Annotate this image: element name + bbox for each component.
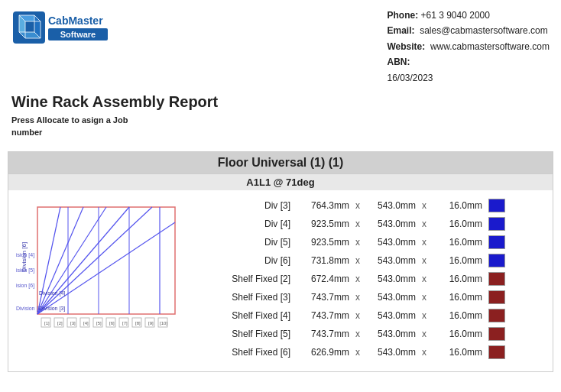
job-notice: Press Allocate to asign a Job number	[0, 112, 561, 147]
cabinet-header: Floor Universal (1) (1)	[8, 152, 553, 173]
part-name: Div [6]	[197, 255, 297, 266]
svg-text:[7]: [7]	[122, 321, 128, 326]
part-color-swatch	[488, 217, 505, 231]
svg-text:[3]: [3]	[70, 321, 76, 326]
part-dim1: 764.3mm	[300, 200, 349, 211]
svg-rect-20	[37, 207, 175, 314]
part-dim2: 543.0mm	[366, 237, 416, 248]
email-value: sales@cabmastersoftware.com	[420, 25, 548, 36]
part-x1: x	[352, 219, 363, 229]
part-color-swatch	[488, 290, 505, 304]
svg-text:[8]: [8]	[135, 321, 141, 326]
part-row: Shelf Fixed [3] 743.7mm x 543.0mm x 16.0…	[197, 288, 550, 306]
part-dim3: 16.0mm	[433, 329, 482, 339]
part-row: Div [6] 731.8mm x 543.0mm x 16.0mm	[197, 251, 550, 270]
part-color-swatch	[488, 345, 505, 359]
part-dim1: 672.4mm	[300, 274, 349, 284]
svg-text:[2]: [2]	[57, 321, 63, 326]
job-notice-line2: number	[11, 128, 42, 137]
cabinet-section: Floor Universal (1) (1) A1L1 @ 71deg	[8, 151, 553, 372]
part-row: Shelf Fixed [4] 743.7mm x 543.0mm x 16.0…	[197, 306, 550, 325]
part-name: Shelf Fixed [3]	[197, 292, 297, 303]
part-x2: x	[419, 255, 430, 266]
part-x1: x	[352, 200, 363, 211]
part-dim2: 543.0mm	[366, 255, 416, 266]
svg-text:ision [5]: ision [5]	[16, 267, 34, 274]
part-dim3: 16.0mm	[433, 292, 482, 303]
part-dim3: 16.0mm	[433, 347, 482, 358]
logo-area: CabMaster Software	[11, 8, 111, 50]
job-notice-line1: Press Allocate to asign a Job	[11, 115, 128, 125]
part-dim3: 16.0mm	[433, 219, 482, 229]
part-name: Shelf Fixed [2]	[197, 274, 297, 284]
svg-line-26	[37, 207, 60, 314]
part-x1: x	[352, 292, 363, 303]
cabinet-subheader: A1L1 @ 71deg	[8, 173, 553, 190]
part-x2: x	[419, 237, 430, 248]
phone-line: Phone: +61 3 9040 2000	[387, 8, 550, 23]
part-dim2: 543.0mm	[366, 347, 416, 358]
part-color-swatch	[488, 199, 505, 212]
part-dim1: 743.7mm	[300, 292, 349, 303]
part-dim3: 16.0mm	[433, 274, 482, 284]
part-name: Shelf Fixed [4]	[197, 310, 297, 321]
part-row: Shelf Fixed [6] 626.9mm x 543.0mm x 16.0…	[197, 343, 550, 361]
part-color-swatch	[488, 309, 505, 322]
part-row: Shelf Fixed [2] 672.4mm x 543.0mm x 16.0…	[197, 270, 550, 288]
part-dim1: 923.5mm	[300, 219, 349, 229]
report-title: Wine Rack Assembly Report	[0, 90, 561, 112]
svg-text:[4]: [4]	[83, 321, 89, 326]
website-value: www.cabmastersoftware.com	[430, 41, 550, 52]
svg-line-21	[37, 222, 175, 314]
abn-line: ABN:	[387, 54, 550, 70]
part-name: Div [3]	[197, 200, 297, 211]
part-dim1: 743.7mm	[300, 329, 349, 339]
part-dim2: 543.0mm	[366, 219, 416, 229]
svg-text:[5]: [5]	[96, 321, 102, 326]
part-dim2: 543.0mm	[366, 200, 416, 211]
part-name: Shelf Fixed [5]	[197, 329, 297, 339]
part-dim3: 16.0mm	[433, 200, 482, 211]
part-row: Div [4] 923.5mm x 543.0mm x 16.0mm	[197, 215, 550, 233]
svg-text:Division [4]: Division [4]	[39, 290, 65, 296]
part-x1: x	[352, 274, 363, 284]
phone-label: Phone:	[387, 10, 418, 21]
cabinet-diagram: Division [6] Division [3] Division [4] i…	[15, 199, 186, 360]
date-value: 16/03/2023	[387, 73, 433, 83]
part-dim3: 16.0mm	[433, 255, 482, 266]
svg-text:[1]: [1]	[44, 321, 50, 326]
part-dim2: 543.0mm	[366, 292, 416, 303]
svg-text:Division [3]: Division [3]	[39, 306, 65, 312]
part-dim1: 743.7mm	[300, 310, 349, 321]
header: CabMaster Software Phone: +61 3 9040 200…	[0, 0, 561, 90]
part-name: Div [4]	[197, 219, 297, 229]
part-row: Shelf Fixed [5] 743.7mm x 543.0mm x 16.0…	[197, 325, 550, 343]
part-dim3: 16.0mm	[433, 310, 482, 321]
svg-text:Software: Software	[60, 30, 96, 39]
svg-text:[10]: [10]	[160, 321, 167, 326]
part-dim2: 543.0mm	[366, 310, 416, 321]
part-x2: x	[419, 292, 430, 303]
parts-table: Div [3] 764.3mm x 543.0mm x 16.0mm Div […	[197, 196, 550, 365]
svg-line-22	[37, 207, 152, 314]
contact-info: Phone: +61 3 9040 2000 Email: sales@cabm…	[387, 8, 550, 86]
svg-line-24	[37, 207, 106, 314]
abn-label: ABN:	[387, 57, 410, 67]
website-label: Website:	[387, 41, 425, 52]
svg-text:[6]: [6]	[109, 321, 115, 326]
part-dim3: 16.0mm	[433, 237, 482, 248]
part-name: Div [5]	[197, 237, 297, 248]
part-dim1: 731.8mm	[300, 255, 349, 266]
svg-text:ision [6]: ision [6]	[16, 283, 34, 289]
logo-image: CabMaster Software	[11, 8, 111, 50]
svg-line-25	[37, 207, 83, 314]
part-x2: x	[419, 200, 430, 211]
part-x2: x	[419, 274, 430, 284]
part-color-swatch	[488, 254, 505, 267]
svg-text:ision [4]: ision [4]	[16, 252, 34, 258]
diagram-area: Division [6] Division [3] Division [4] i…	[11, 196, 190, 365]
email-line: Email: sales@cabmastersoftware.com	[387, 23, 550, 38]
part-row: Div [3] 764.3mm x 543.0mm x 16.0mm	[197, 196, 550, 215]
part-dim2: 543.0mm	[366, 274, 416, 284]
part-dim1: 626.9mm	[300, 347, 349, 358]
